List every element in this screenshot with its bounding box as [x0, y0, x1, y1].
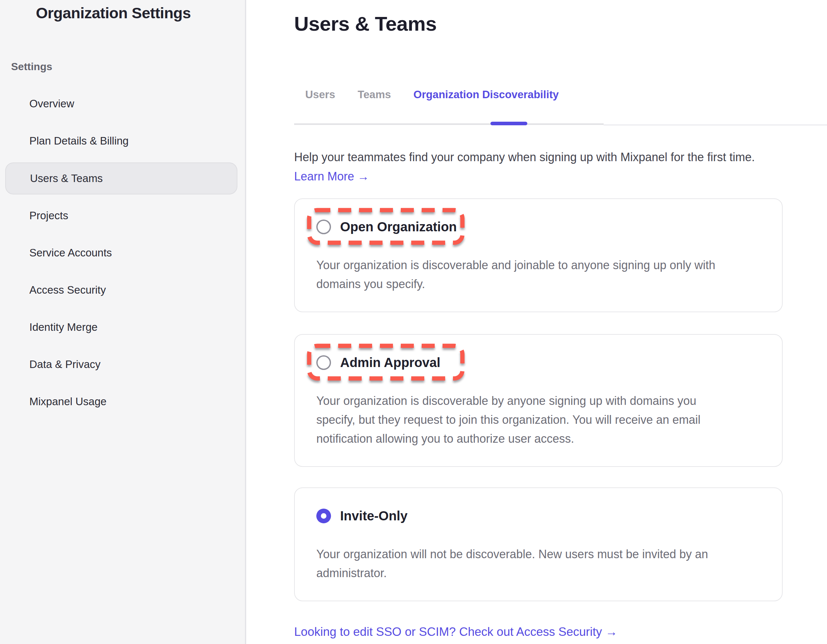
page-title: Users & Teams [294, 12, 783, 36]
option-card-invite-only: Invite-Only Your organization will not b… [294, 488, 783, 601]
sidebar: Organization Settings Settings Overview … [0, 0, 246, 644]
radio-admin-approval[interactable] [316, 355, 331, 370]
sidebar-title: Organization Settings [36, 3, 191, 23]
sidebar-item-plan-details-billing[interactable]: Plan Details & Billing [5, 125, 237, 157]
access-security-link[interactable]: Looking to edit SSO or SCIM? Check out A… [294, 624, 617, 639]
sidebar-item-service-accounts[interactable]: Service Accounts [5, 237, 237, 269]
tabs-divider [294, 123, 604, 125]
option-label-invite-only[interactable]: Invite-Only [340, 509, 407, 523]
intro-text: Help your teammates find your company wh… [294, 149, 783, 165]
page-divider [604, 124, 827, 126]
option-description-open-organization: Your organization is discoverable and jo… [316, 256, 737, 294]
learn-more-link[interactable]: Learn More → [294, 169, 369, 184]
tab-bar: Users Teams Organization Discoverability [294, 88, 783, 129]
option-description-invite-only: Your organization will not be discoverab… [316, 545, 737, 583]
sidebar-item-access-security[interactable]: Access Security [5, 274, 237, 306]
tab-users[interactable]: Users [305, 88, 335, 101]
option-label-open-organization[interactable]: Open Organization [340, 220, 457, 234]
sidebar-item-mixpanel-usage[interactable]: Mixpanel Usage [5, 386, 237, 417]
sidebar-section-label: Settings [11, 61, 52, 73]
learn-more-label: Learn More [294, 170, 354, 183]
tab-teams[interactable]: Teams [358, 88, 391, 101]
sidebar-item-users-teams[interactable]: Users & Teams [5, 163, 237, 194]
tab-organization-discoverability[interactable]: Organization Discoverability [414, 88, 559, 101]
sidebar-item-overview[interactable]: Overview [5, 88, 237, 120]
option-card-admin-approval: Admin Approval Your organization is disc… [294, 334, 783, 467]
sidebar-item-data-privacy[interactable]: Data & Privacy [5, 349, 237, 380]
option-card-open-organization: Open Organization Your organization is d… [294, 199, 783, 312]
radio-invite-only[interactable] [316, 509, 331, 523]
active-tab-indicator [490, 122, 527, 125]
option-description-admin-approval: Your organization is discoverable by any… [316, 391, 737, 448]
arrow-right-icon: → [357, 170, 369, 183]
option-label-admin-approval[interactable]: Admin Approval [340, 355, 440, 370]
access-security-link-label: Looking to edit SSO or SCIM? Check out A… [294, 625, 602, 638]
sidebar-item-identity-merge[interactable]: Identity Merge [5, 311, 237, 343]
radio-open-organization[interactable] [316, 220, 331, 234]
main-panel: Users & Teams Users Teams Organization D… [248, 0, 827, 644]
arrow-right-icon: → [605, 625, 617, 638]
sidebar-item-projects[interactable]: Projects [5, 200, 237, 231]
